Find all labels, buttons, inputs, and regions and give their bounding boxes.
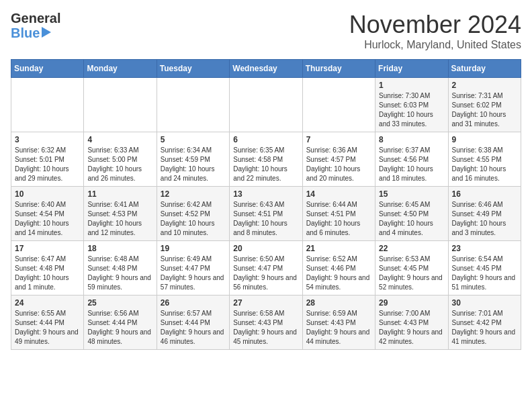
logo-general: General: [11, 11, 60, 26]
day-info: Sunrise: 6:45 AMSunset: 4:50 PMDaylight:…: [379, 200, 444, 238]
calendar-cell: 13Sunrise: 6:43 AMSunset: 4:51 PMDayligh…: [230, 187, 302, 241]
day-number: 5: [161, 135, 226, 144]
calendar-week-row: 1Sunrise: 7:30 AMSunset: 6:03 PMDaylight…: [11, 78, 521, 132]
day-info: Sunrise: 7:31 AMSunset: 6:02 PMDaylight:…: [452, 91, 517, 129]
calendar-cell: 11Sunrise: 6:41 AMSunset: 4:53 PMDayligh…: [84, 187, 157, 241]
day-info: Sunrise: 6:38 AMSunset: 4:55 PMDaylight:…: [452, 146, 517, 183]
calendar-cell: 12Sunrise: 6:42 AMSunset: 4:52 PMDayligh…: [157, 187, 229, 241]
day-info: Sunrise: 6:33 AMSunset: 5:00 PMDaylight:…: [87, 146, 152, 183]
day-info: Sunrise: 6:44 AMSunset: 4:51 PMDaylight:…: [306, 200, 371, 238]
day-number: 4: [87, 135, 152, 144]
day-number: 26: [161, 298, 226, 308]
calendar-cell: 6Sunrise: 6:35 AMSunset: 4:58 PMDaylight…: [230, 132, 302, 187]
calendar-cell: 15Sunrise: 6:45 AMSunset: 4:50 PMDayligh…: [375, 187, 448, 241]
calendar-cell: 26Sunrise: 6:57 AMSunset: 4:44 PMDayligh…: [157, 295, 229, 350]
day-number: 17: [15, 244, 80, 253]
calendar-cell: [302, 78, 375, 132]
day-info: Sunrise: 7:30 AMSunset: 6:03 PMDaylight:…: [379, 91, 444, 129]
calendar-cell: [84, 78, 157, 132]
calendar-cell: 23Sunrise: 6:54 AMSunset: 4:45 PMDayligh…: [448, 241, 521, 295]
logo: General Blue: [11, 11, 60, 40]
weekday-header: Monday: [84, 60, 157, 78]
calendar-cell: 30Sunrise: 7:01 AMSunset: 4:42 PMDayligh…: [448, 295, 521, 350]
calendar-table: SundayMondayTuesdayWednesdayThursdayFrid…: [11, 59, 521, 350]
weekday-header: Wednesday: [230, 60, 302, 78]
day-info: Sunrise: 6:56 AMSunset: 4:44 PMDaylight:…: [87, 309, 152, 347]
calendar-cell: 2Sunrise: 7:31 AMSunset: 6:02 PMDaylight…: [448, 78, 521, 132]
day-number: 2: [452, 81, 517, 90]
day-number: 21: [306, 244, 371, 253]
title-block: November 2024 Hurlock, Maryland, United …: [349, 11, 521, 51]
day-number: 28: [306, 298, 371, 308]
day-number: 24: [15, 298, 80, 308]
calendar-cell: 8Sunrise: 6:37 AMSunset: 4:56 PMDaylight…: [375, 132, 448, 187]
day-number: 15: [379, 189, 444, 199]
calendar-cell: 4Sunrise: 6:33 AMSunset: 5:00 PMDaylight…: [84, 132, 157, 187]
day-info: Sunrise: 6:42 AMSunset: 4:52 PMDaylight:…: [161, 200, 226, 238]
logo-blue: Blue: [11, 26, 40, 40]
day-number: 16: [452, 189, 517, 199]
day-info: Sunrise: 6:43 AMSunset: 4:51 PMDaylight:…: [233, 200, 298, 238]
day-info: Sunrise: 6:35 AMSunset: 4:58 PMDaylight:…: [233, 146, 298, 183]
day-number: 1: [379, 81, 444, 90]
calendar-cell: 21Sunrise: 6:52 AMSunset: 4:46 PMDayligh…: [302, 241, 375, 295]
weekday-header: Tuesday: [157, 60, 229, 78]
weekday-header: Thursday: [302, 60, 375, 78]
day-info: Sunrise: 6:58 AMSunset: 4:43 PMDaylight:…: [233, 309, 298, 347]
day-info: Sunrise: 6:59 AMSunset: 4:43 PMDaylight:…: [306, 309, 371, 347]
day-number: 22: [379, 244, 444, 253]
day-number: 18: [87, 244, 152, 253]
calendar-cell: 19Sunrise: 6:49 AMSunset: 4:47 PMDayligh…: [157, 241, 229, 295]
calendar-cell: 5Sunrise: 6:34 AMSunset: 4:59 PMDaylight…: [157, 132, 229, 187]
calendar-week-row: 17Sunrise: 6:47 AMSunset: 4:48 PMDayligh…: [11, 241, 521, 295]
day-info: Sunrise: 7:00 AMSunset: 4:43 PMDaylight:…: [379, 309, 444, 347]
calendar-cell: 10Sunrise: 6:40 AMSunset: 4:54 PMDayligh…: [11, 187, 84, 241]
calendar-cell: 20Sunrise: 6:50 AMSunset: 4:47 PMDayligh…: [230, 241, 302, 295]
page-subtitle: Hurlock, Maryland, United States: [349, 39, 521, 51]
day-info: Sunrise: 6:37 AMSunset: 4:56 PMDaylight:…: [379, 146, 444, 183]
weekday-header: Saturday: [448, 60, 521, 78]
calendar-cell: 29Sunrise: 7:00 AMSunset: 4:43 PMDayligh…: [375, 295, 448, 350]
calendar-cell: 17Sunrise: 6:47 AMSunset: 4:48 PMDayligh…: [11, 241, 84, 295]
weekday-header: Sunday: [11, 60, 84, 78]
day-info: Sunrise: 6:55 AMSunset: 4:44 PMDaylight:…: [15, 309, 80, 347]
day-info: Sunrise: 6:49 AMSunset: 4:47 PMDaylight:…: [161, 255, 226, 292]
day-info: Sunrise: 6:46 AMSunset: 4:49 PMDaylight:…: [452, 200, 517, 238]
calendar-week-row: 24Sunrise: 6:55 AMSunset: 4:44 PMDayligh…: [11, 295, 521, 350]
calendar-cell: 24Sunrise: 6:55 AMSunset: 4:44 PMDayligh…: [11, 295, 84, 350]
calendar-cell: 3Sunrise: 6:32 AMSunset: 5:01 PMDaylight…: [11, 132, 84, 187]
day-number: 10: [15, 189, 80, 199]
page-header: General Blue November 2024 Hurlock, Mary…: [11, 11, 521, 51]
calendar-week-row: 3Sunrise: 6:32 AMSunset: 5:01 PMDaylight…: [11, 132, 521, 187]
day-info: Sunrise: 6:32 AMSunset: 5:01 PMDaylight:…: [15, 146, 80, 183]
day-info: Sunrise: 6:50 AMSunset: 4:47 PMDaylight:…: [233, 255, 298, 292]
calendar-week-row: 10Sunrise: 6:40 AMSunset: 4:54 PMDayligh…: [11, 187, 521, 241]
day-number: 9: [452, 135, 517, 144]
day-info: Sunrise: 6:48 AMSunset: 4:48 PMDaylight:…: [87, 255, 152, 292]
day-number: 19: [161, 244, 226, 253]
day-info: Sunrise: 7:01 AMSunset: 4:42 PMDaylight:…: [452, 309, 517, 347]
day-info: Sunrise: 6:41 AMSunset: 4:53 PMDaylight:…: [87, 200, 152, 238]
calendar-cell: 14Sunrise: 6:44 AMSunset: 4:51 PMDayligh…: [302, 187, 375, 241]
day-info: Sunrise: 6:57 AMSunset: 4:44 PMDaylight:…: [161, 309, 226, 347]
calendar-cell: 16Sunrise: 6:46 AMSunset: 4:49 PMDayligh…: [448, 187, 521, 241]
calendar-header: SundayMondayTuesdayWednesdayThursdayFrid…: [11, 60, 521, 78]
day-info: Sunrise: 6:52 AMSunset: 4:46 PMDaylight:…: [306, 255, 371, 292]
day-number: 29: [379, 298, 444, 308]
day-info: Sunrise: 6:36 AMSunset: 4:57 PMDaylight:…: [306, 146, 371, 183]
calendar-cell: [11, 78, 84, 132]
calendar-cell: 22Sunrise: 6:53 AMSunset: 4:45 PMDayligh…: [375, 241, 448, 295]
day-number: 30: [452, 298, 517, 308]
day-number: 25: [87, 298, 152, 308]
calendar-cell: 18Sunrise: 6:48 AMSunset: 4:48 PMDayligh…: [84, 241, 157, 295]
calendar-cell: 28Sunrise: 6:59 AMSunset: 4:43 PMDayligh…: [302, 295, 375, 350]
day-number: 13: [233, 189, 298, 199]
day-info: Sunrise: 6:40 AMSunset: 4:54 PMDaylight:…: [15, 200, 80, 238]
page-title: November 2024: [349, 11, 521, 39]
day-number: 7: [306, 135, 371, 144]
calendar-cell: [230, 78, 302, 132]
calendar-cell: 1Sunrise: 7:30 AMSunset: 6:03 PMDaylight…: [375, 78, 448, 132]
day-number: 11: [87, 189, 152, 199]
logo-triangle-icon: [42, 27, 51, 38]
calendar-cell: [157, 78, 229, 132]
